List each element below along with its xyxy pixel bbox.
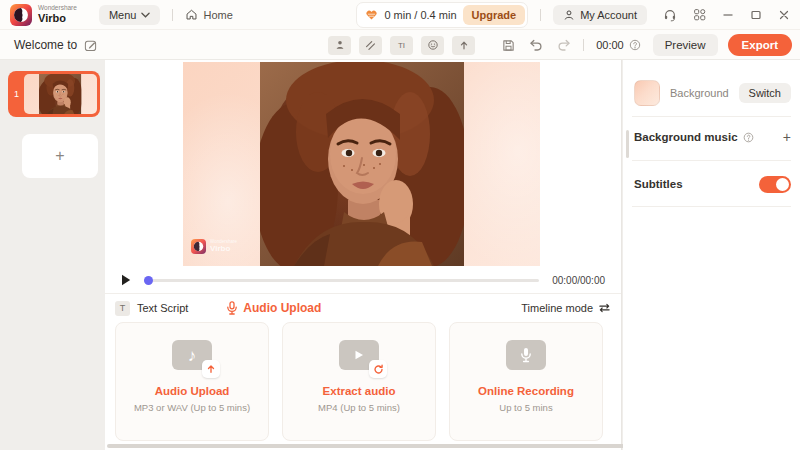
text-tool-icon: TI — [398, 41, 405, 50]
window-maximize-button[interactable] — [750, 9, 762, 21]
toolbar-right: 00:00 Preview Export — [488, 30, 792, 60]
minutes-remaining-label: 0 min / 0.4 min — [384, 9, 456, 21]
export-button[interactable]: Export — [728, 34, 792, 56]
properties-panel: Background Switch Background music + Sub… — [623, 60, 800, 450]
background-pattern-icon — [365, 40, 376, 51]
divider — [172, 9, 173, 21]
timeline-mode-label: Timeline mode — [521, 302, 593, 314]
background-swatch[interactable] — [634, 80, 660, 106]
card-subtitle: MP3 or WAV (Up to 5 mins) — [134, 402, 250, 413]
save-button[interactable] — [502, 39, 515, 52]
add-scene-button[interactable]: + — [22, 134, 98, 178]
timeline-mode-button[interactable]: Timeline mode — [521, 302, 611, 314]
card-title: Extract audio — [323, 385, 396, 397]
brand-virbo: Virbo — [38, 13, 77, 24]
horizontal-scrollbar[interactable] — [107, 444, 630, 448]
subtitles-label: Subtitles — [634, 178, 683, 190]
subtitles-toggle[interactable] — [759, 176, 791, 193]
upload-arrow-icon — [458, 39, 470, 51]
headset-icon — [663, 8, 677, 22]
duration-help-button[interactable] — [629, 39, 641, 51]
redo-button[interactable] — [557, 39, 571, 51]
divider — [632, 116, 791, 117]
video-icon — [339, 340, 379, 370]
background-row: Background Switch — [634, 80, 791, 106]
avatar-tool-button[interactable] — [328, 36, 351, 55]
background-tool-button[interactable] — [359, 36, 382, 55]
card-subtitle: Up to 5 mins — [499, 402, 552, 413]
add-background-music-button[interactable]: + — [783, 129, 791, 145]
watermark: Wondershare Virbo — [191, 239, 237, 254]
refresh-badge-icon — [369, 360, 387, 378]
scene-number: 1 — [8, 71, 25, 117]
text-script-icon: T — [115, 301, 130, 316]
avatar-portrait-image[interactable] — [260, 62, 464, 266]
background-music-row: Background music + — [634, 126, 791, 148]
text-tool-button[interactable]: TI — [390, 36, 413, 55]
upload-arrow-badge-icon — [202, 360, 220, 378]
brand: Wondershare Virbo — [38, 5, 77, 24]
extract-audio-card[interactable]: Extract audio MP4 (Up to 5 mins) — [282, 322, 436, 441]
save-icon — [502, 39, 515, 52]
swap-arrows-icon — [598, 303, 611, 313]
workspace: 1 + Wondershare V — [0, 60, 800, 450]
vertical-scrollbar[interactable] — [626, 130, 629, 158]
tab-text-script[interactable]: Text Script — [137, 302, 188, 314]
brand-wondershare: Wondershare — [38, 5, 77, 12]
menu-button[interactable]: Menu — [99, 5, 161, 25]
scene-portrait-image — [39, 74, 81, 114]
editor-panel: Wondershare Virbo 00:00/00:00 T — [105, 60, 622, 450]
titlebar-right: 0 min / 0.4 min Upgrade My Account — [356, 2, 790, 28]
apps-grid-button[interactable] — [693, 8, 706, 21]
microphone-icon — [226, 301, 238, 315]
playback-time-label: 00:00/00:00 — [552, 275, 605, 286]
avatar-icon — [334, 39, 346, 51]
video-canvas[interactable]: Wondershare Virbo — [183, 62, 540, 266]
tab-audio-upload-label: Audio Upload — [243, 301, 321, 315]
undo-icon — [529, 39, 543, 51]
play-button[interactable] — [121, 274, 131, 286]
window-minimize-button[interactable] — [722, 9, 734, 21]
online-recording-card[interactable]: Online Recording Up to 5 mins — [449, 322, 603, 441]
home-label: Home — [203, 9, 232, 21]
card-subtitle: MP4 (Up to 5 mins) — [318, 402, 400, 413]
home-button[interactable]: Home — [185, 8, 232, 21]
maximize-icon — [750, 9, 762, 21]
editor-toolbar: Welcome to TI — [0, 30, 800, 60]
subtitles-row: Subtitles — [634, 172, 791, 196]
my-account-button[interactable]: My Account — [553, 5, 647, 25]
script-tabs: T Text Script Audio Upload Timeline mode — [105, 294, 621, 322]
upgrade-button[interactable]: Upgrade — [463, 5, 526, 25]
divider — [540, 9, 541, 21]
project-title: Welcome to — [14, 38, 77, 52]
minutes-pill[interactable]: 0 min / 0.4 min Upgrade — [356, 2, 528, 28]
support-headset-button[interactable] — [663, 8, 677, 22]
project-title-area: Welcome to — [14, 30, 97, 60]
preview-button[interactable]: Preview — [653, 34, 718, 56]
sticker-tool-button[interactable] — [421, 36, 444, 55]
seek-slider-handle[interactable] — [144, 276, 153, 285]
undo-button[interactable] — [529, 39, 543, 51]
redo-icon — [557, 39, 571, 51]
background-music-help-button[interactable] — [743, 132, 754, 143]
upload-media-button[interactable] — [452, 36, 475, 55]
window-close-button[interactable] — [778, 9, 790, 21]
switch-background-button[interactable]: Switch — [739, 83, 791, 103]
edit-title-icon[interactable] — [84, 39, 97, 52]
seek-slider[interactable] — [144, 279, 539, 282]
watermark-virbo: Virbo — [210, 245, 237, 253]
user-icon — [563, 9, 575, 21]
card-title: Audio Upload — [155, 385, 230, 397]
video-duration-label: 00:00 — [596, 39, 624, 51]
music-note-icon: ♪ — [172, 340, 212, 370]
divider — [632, 160, 791, 161]
divider — [632, 206, 791, 207]
tab-audio-upload[interactable]: Audio Upload — [226, 301, 321, 315]
card-title: Online Recording — [478, 385, 574, 397]
background-label: Background — [670, 87, 729, 99]
scene-thumbnail-selected[interactable]: 1 — [8, 71, 100, 117]
divider — [583, 39, 584, 51]
audio-upload-card[interactable]: ♪ Audio Upload MP3 or WAV (Up to 5 mins) — [115, 322, 269, 441]
play-icon — [121, 274, 131, 286]
close-icon — [778, 9, 790, 21]
